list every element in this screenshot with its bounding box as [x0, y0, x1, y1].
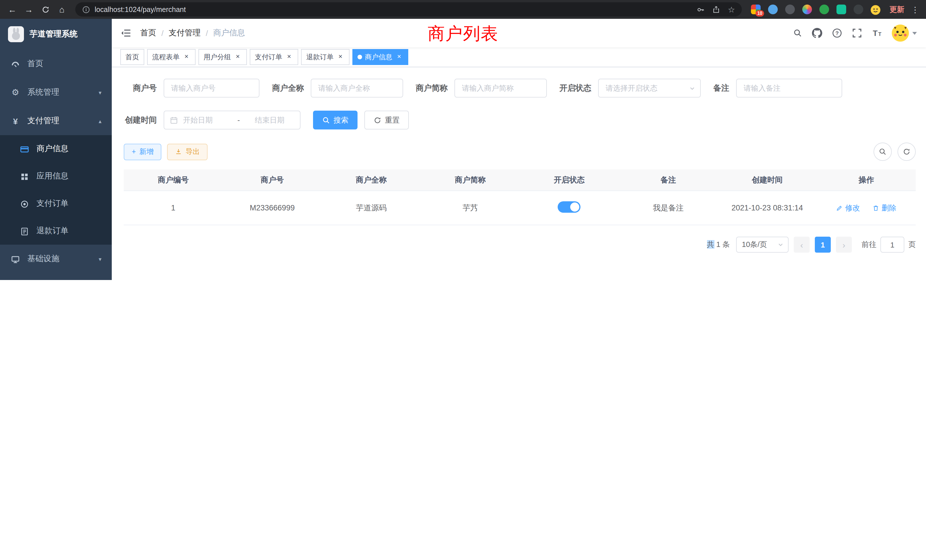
address-bar[interactable]: localhost:1024/pay/merchant ☆ [75, 2, 742, 17]
col-header: 操作 [817, 170, 916, 191]
refresh-table-button[interactable] [897, 142, 916, 161]
forward-icon[interactable]: → [21, 2, 36, 17]
extension-icon[interactable] [768, 5, 778, 14]
sidebar-item-dev-tools[interactable]: 研发工具 ▾ [0, 273, 112, 280]
logo-rabbit-icon [8, 26, 24, 42]
extension-icon[interactable] [802, 5, 812, 14]
breadcrumb-item-current: 商户信息 [213, 28, 245, 38]
close-icon[interactable]: × [183, 53, 191, 61]
top-navbar: 首页 / 支付管理 / 商户信息 ? [112, 19, 926, 47]
extension-icon[interactable]: 10 [751, 5, 761, 14]
sidebar-item-label: 基础设施 [27, 254, 59, 264]
share-icon[interactable] [713, 4, 720, 15]
remark-input[interactable] [736, 79, 842, 97]
cell-remark: 我是备注 [619, 191, 717, 225]
sidebar-item-label: 应用信息 [36, 171, 68, 182]
download-icon [176, 148, 182, 155]
back-icon[interactable]: ← [5, 2, 20, 17]
extension-icon[interactable] [837, 5, 846, 14]
tab-refund-order[interactable]: 退款订单× [301, 49, 350, 65]
sidebar-item-refund-order[interactable]: 退款订单 [0, 217, 112, 245]
sidebar-item-app-info[interactable]: 应用信息 [0, 162, 112, 190]
smiley-extension-icon[interactable] [871, 5, 881, 14]
goto-label: 前往 [862, 239, 876, 250]
browser-menu-icon[interactable]: ⋮ [910, 5, 921, 14]
extension-icon[interactable] [785, 5, 795, 14]
password-key-icon[interactable] [697, 4, 705, 15]
tab-user-group[interactable]: 用户分组× [198, 49, 247, 65]
home-icon[interactable]: ⌂ [54, 2, 70, 17]
extension-icon[interactable] [853, 5, 863, 14]
close-icon[interactable]: × [285, 53, 293, 61]
end-date-placeholder[interactable]: 结束日期 [245, 115, 294, 125]
merchant-no-label: 商户号 [124, 83, 157, 93]
start-date-placeholder[interactable]: 开始日期 [183, 115, 232, 125]
search-button[interactable]: 搜索 [313, 110, 357, 129]
cell-create-time: 2021-10-23 08:31:14 [718, 191, 817, 225]
short-name-input[interactable] [454, 79, 547, 97]
close-icon[interactable]: × [234, 53, 242, 61]
site-info-icon[interactable] [82, 5, 90, 14]
reset-button[interactable]: 重置 [365, 110, 409, 129]
github-icon[interactable] [812, 28, 822, 38]
tab-pay-order[interactable]: 支付订单× [250, 49, 298, 65]
add-button[interactable]: + 新增 [124, 144, 162, 160]
target-icon [20, 199, 30, 209]
merchant-no-input[interactable] [163, 79, 259, 97]
page-size-select[interactable]: 10条/页 [736, 237, 788, 253]
goto-page-input[interactable] [881, 237, 904, 253]
export-button[interactable]: 导出 [167, 144, 208, 160]
header-search-icon[interactable] [793, 29, 802, 38]
svg-text:T: T [873, 29, 878, 38]
tab-home[interactable]: 首页 [120, 49, 144, 65]
sidebar-item-system[interactable]: ⚙ 系统管理 ▾ [0, 78, 112, 107]
extension-icon[interactable] [819, 5, 829, 14]
delete-button[interactable]: 删除 [872, 203, 896, 213]
col-header: 商户简称 [421, 170, 520, 191]
edit-button[interactable]: 修改 [836, 203, 860, 213]
toggle-search-button[interactable] [873, 142, 892, 161]
sidebar-fold-icon[interactable] [121, 28, 131, 38]
tab-process-form[interactable]: 流程表单× [147, 49, 195, 65]
range-separator: - [238, 116, 240, 124]
edit-pencil-icon [836, 204, 843, 211]
sidebar-item-payment[interactable]: ¥ 支付管理 ▴ [0, 107, 112, 135]
status-toggle[interactable] [558, 201, 581, 213]
status-label: 开启状态 [559, 83, 591, 93]
plus-icon: + [132, 148, 136, 156]
reload-icon[interactable] [38, 2, 53, 17]
breadcrumb-item[interactable]: 首页 [140, 28, 156, 38]
breadcrumb-item[interactable]: 支付管理 [169, 28, 201, 38]
prev-page-button[interactable]: ‹ [794, 237, 809, 253]
fullscreen-icon[interactable] [852, 28, 862, 38]
sidebar-item-infrastructure[interactable]: 基础设施 ▾ [0, 245, 112, 273]
user-avatar-menu[interactable] [892, 24, 917, 42]
refresh-icon [374, 116, 381, 124]
create-time-range-picker[interactable]: 开始日期 - 结束日期 [163, 110, 301, 129]
sidebar-item-merchant-info[interactable]: 商户信息 [0, 135, 112, 162]
tab-merchant-info[interactable]: 商户信息× [353, 49, 408, 65]
app-title: 芋道管理系统 [30, 29, 77, 39]
sidebar-item-home[interactable]: 首页 [0, 50, 112, 78]
chevron-down-icon [689, 85, 696, 92]
next-page-button[interactable]: › [836, 237, 852, 253]
app-logo[interactable]: 芋道管理系统 [0, 19, 112, 50]
status-select[interactable]: 请选择开启状态 [598, 79, 701, 97]
chevron-down-icon [777, 241, 784, 248]
page-number-button[interactable]: 1 [815, 237, 831, 253]
credit-card-icon [20, 144, 30, 154]
chrome-update-button[interactable]: 更新 [885, 4, 909, 15]
chevron-down-icon: ▾ [98, 89, 101, 95]
svg-text:?: ? [835, 30, 839, 36]
full-name-input[interactable] [311, 79, 403, 97]
total-count-text: 共 1 条 [707, 239, 730, 250]
font-size-icon[interactable]: TT [872, 28, 882, 38]
help-icon[interactable]: ? [832, 28, 842, 38]
sidebar-item-pay-order[interactable]: 支付订单 [0, 190, 112, 217]
yen-icon: ¥ [10, 116, 21, 126]
close-icon[interactable]: × [395, 53, 403, 61]
pagination: 共 1 条 10条/页 ‹ 1 › 前往 页 [124, 237, 916, 253]
cell-short-name: 芋艿 [421, 191, 520, 225]
close-icon[interactable]: × [336, 53, 344, 61]
bookmark-star-icon[interactable]: ☆ [728, 5, 735, 14]
